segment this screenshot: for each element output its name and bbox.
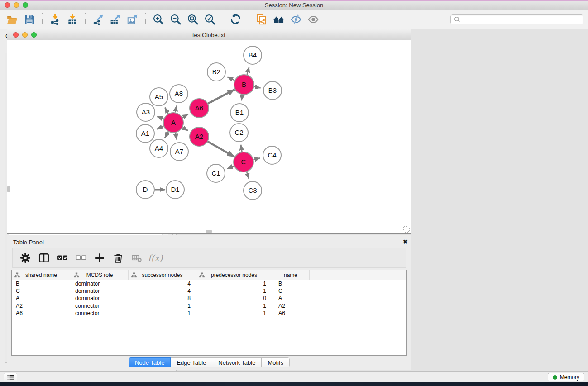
import-network-icon[interactable] [47, 12, 64, 27]
window-resize-grip[interactable] [403, 226, 410, 233]
graph-edge-C-C2[interactable] [241, 145, 242, 152]
graph-node-B4[interactable]: B4 [244, 46, 262, 64]
graph-edge-A-A4[interactable] [165, 132, 168, 138]
memory-button[interactable]: Memory [548, 373, 584, 381]
horizontal-scrollbar-thumb[interactable] [206, 230, 212, 233]
graph-node-A1[interactable]: A1 [136, 124, 154, 143]
graph-node-C4[interactable]: C4 [263, 146, 281, 164]
graph-node-A5[interactable]: A5 [150, 88, 168, 106]
graph-node-label: B2 [212, 68, 220, 76]
graph-edge-B-B3[interactable] [254, 87, 261, 88]
import-table-icon[interactable] [64, 12, 81, 27]
graph-edge-A-A1[interactable] [157, 126, 163, 129]
search-field[interactable] [450, 14, 583, 24]
gear-icon[interactable] [19, 252, 31, 264]
graph-edge-C-C4[interactable] [253, 158, 260, 159]
graph-edge-A-A5[interactable] [165, 108, 168, 114]
zoom-fit-icon[interactable] [184, 12, 201, 27]
deselect-all-icon[interactable] [75, 252, 87, 264]
function-icon-text: f(x) [148, 253, 163, 263]
delete-icon[interactable] [112, 252, 124, 264]
zoom-out-icon[interactable] [167, 12, 184, 27]
graph-edge-C-C3[interactable] [247, 172, 249, 179]
graph-edge-A6-B[interactable] [208, 90, 235, 104]
search-input[interactable] [461, 15, 583, 24]
refresh-icon[interactable] [227, 12, 244, 27]
cell: dominator [71, 281, 129, 287]
export-network-icon[interactable] [90, 12, 107, 27]
graph-node-A3[interactable]: A3 [137, 103, 155, 121]
graph-node-label: D1 [171, 186, 179, 193]
graph-node-A2[interactable]: A2 [190, 127, 209, 146]
graph-edge-B-B4[interactable] [247, 67, 249, 75]
show-panels-button[interactable] [4, 373, 17, 381]
toolbar-separator [85, 13, 86, 26]
column-header-mcds-role[interactable]: MCDS role [71, 270, 129, 280]
graph-node-A8[interactable]: A8 [170, 85, 188, 103]
tab-network-table[interactable]: Network Table [212, 357, 262, 367]
table-row[interactable]: A2connector11A2 [12, 302, 406, 310]
show-eye-icon[interactable] [305, 12, 322, 27]
graph-node-B[interactable]: B [234, 75, 254, 95]
graph-node-A4[interactable]: A4 [150, 139, 168, 157]
function-icon[interactable]: f(x) [149, 252, 161, 264]
save-session-icon[interactable] [21, 12, 38, 27]
graph-node-A[interactable]: A [163, 113, 183, 133]
cell: A6 [272, 310, 310, 316]
graph-edge-B-B2[interactable] [228, 77, 235, 80]
add-icon[interactable] [94, 252, 105, 264]
graph-edge-A-A2[interactable] [182, 128, 188, 131]
graph-node-A7[interactable]: A7 [170, 143, 188, 161]
table-row[interactable]: Adominator80A [12, 295, 406, 302]
tab-node-table[interactable]: Node Table [129, 357, 171, 367]
column-header-label: successor nodes [142, 272, 182, 278]
graph-node-B1[interactable]: B1 [230, 104, 249, 122]
graph-node-D[interactable]: D [136, 181, 154, 199]
column-header-label: shared name [25, 272, 57, 278]
export-image-icon[interactable] [124, 12, 141, 27]
graph-edge-A-A7[interactable] [176, 133, 177, 140]
graph-edge-A-A3[interactable] [157, 117, 163, 119]
graph-node-C1[interactable]: C1 [207, 164, 225, 182]
table-row[interactable]: Bdominator41B [12, 280, 406, 287]
table-row[interactable]: Cdominator41C [12, 287, 406, 295]
graph-edge-C-C1[interactable] [227, 166, 234, 169]
open-file-icon[interactable] [4, 12, 21, 27]
graph-edge-B-B1[interactable] [241, 95, 242, 101]
graph-node-C2[interactable]: C2 [230, 124, 248, 142]
close-table-panel-icon[interactable]: ✖ [403, 240, 408, 244]
table-row[interactable]: A6connector11A6 [12, 310, 406, 317]
hide-eye-icon[interactable] [287, 12, 305, 27]
export-table-icon[interactable] [107, 12, 124, 27]
clone-network-icon[interactable] [253, 12, 270, 27]
vertical-scrollbar-thumb[interactable] [7, 186, 10, 192]
graph-node-B3[interactable]: B3 [263, 81, 282, 100]
tab-motifs[interactable]: Motifs [262, 357, 290, 367]
tab-edge-table[interactable]: Edge Table [171, 357, 212, 367]
graph-node-B2[interactable]: B2 [207, 63, 225, 81]
graph-node-label: D [143, 186, 148, 193]
zoom-in-icon[interactable] [150, 12, 167, 27]
select-all-icon[interactable] [57, 252, 68, 264]
home-icon[interactable] [270, 12, 287, 27]
graph-node-label: C3 [248, 186, 257, 194]
graph-node-A6[interactable]: A6 [190, 99, 209, 118]
graph-edge-A2-C[interactable] [208, 142, 234, 157]
graph-edge-A-A8[interactable] [175, 106, 177, 113]
cell: dominator [71, 288, 129, 294]
column-view-icon[interactable] [38, 252, 50, 264]
graph-node-C3[interactable]: C3 [244, 181, 262, 200]
desktop-edge [0, 0, 588, 1]
network-canvas[interactable]: B4B2BB3A5A8A6B1A3AA1C2A2A4A7C4CC1DD1C3 [7, 41, 411, 233]
graph-edge-A-A6[interactable] [182, 114, 188, 118]
column-header-name[interactable]: name [272, 270, 310, 280]
graph-node-label: A5 [155, 93, 163, 100]
column-header-predecessor-nodes[interactable]: predecessor nodes [196, 270, 272, 280]
delete-table-icon[interactable] [131, 252, 143, 264]
column-header-shared-name[interactable]: shared name [12, 270, 71, 280]
column-header-successor-nodes[interactable]: successor nodes [129, 270, 196, 280]
graph-node-C[interactable]: C [234, 152, 253, 172]
graph-node-D1[interactable]: D1 [166, 181, 184, 199]
float-table-panel-icon[interactable] [394, 240, 398, 244]
zoom-selected-icon[interactable] [201, 12, 219, 27]
